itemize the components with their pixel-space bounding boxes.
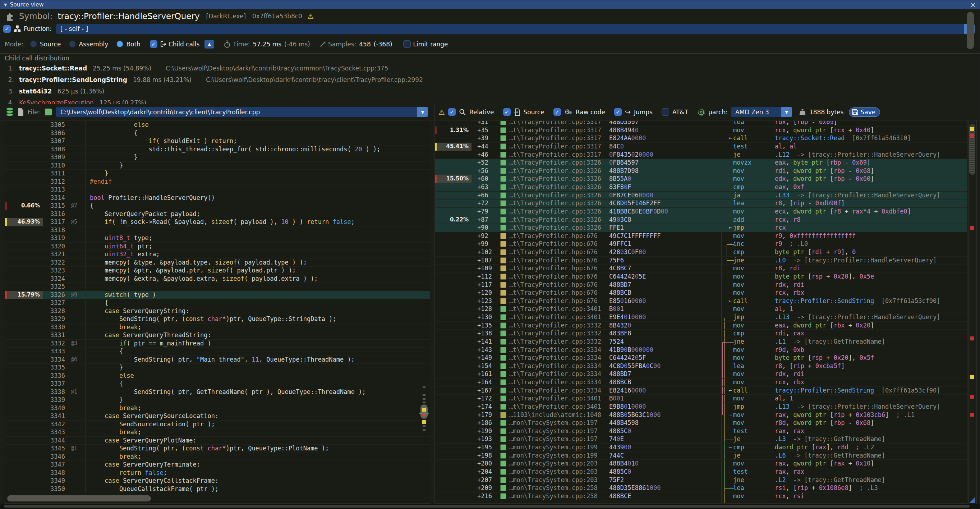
assembly-line[interactable]: +92…t\TracyProfiler.hpp:67649C7C1FFFFFFF… xyxy=(435,232,967,240)
assembly-line[interactable]: +79…t\TracyProfiler.cpp:3326418B8C80E0BF… xyxy=(435,208,967,216)
assembly-line[interactable]: +161…t\TracyProfiler.cpp:3334488BD7movrd… xyxy=(435,370,967,379)
mnemonic[interactable]: je xyxy=(732,452,775,460)
source-line[interactable]: 3345@1 SendString( ptr, (const char*)ptr… xyxy=(5,445,430,453)
assembly-scroll-thumb[interactable] xyxy=(969,124,975,175)
source-line[interactable]: 3314bool Profiler::HandleServerQuery() xyxy=(5,194,430,202)
assembly-scrollbar[interactable] xyxy=(968,121,977,504)
source-line[interactable]: 3332@3 if( ptr == m_mainThread ) xyxy=(5,340,430,348)
mnemonic[interactable]: mov xyxy=(732,305,775,313)
source-line[interactable]: 3337 { xyxy=(5,380,430,388)
raw-code-checkbox[interactable]: ✓ xyxy=(554,108,561,116)
source-line[interactable]: 3309 } xyxy=(5,153,430,162)
source-line[interactable]: 3322 memcpy( &type, &payload.type, sizeo… xyxy=(5,259,430,267)
assembly-line[interactable]: +138…t\TracyProfiler.cpp:3332483BF8cmprd… xyxy=(435,329,967,338)
source-line[interactable]: 3349 case ServerQueryCallstackFrame: xyxy=(5,477,430,485)
assembly-line[interactable]: +99…t\TracyProfiler.hpp:67649FFC1→incr9 … xyxy=(435,240,967,248)
assembly-line[interactable]: +117…t\TracyProfiler.hpp:676488BD7movrdx… xyxy=(435,281,967,289)
assembly-line[interactable]: +141…t\TracyProfiler.cpp:33327524jne.L1 … xyxy=(435,338,967,346)
assembly-line[interactable]: +154…t\TracyProfiler.cpp:33344C8D055FBA0… xyxy=(435,362,967,371)
source-line[interactable]: 3307 if( shouldExit ) return; xyxy=(5,137,430,146)
mnemonic[interactable]: mov xyxy=(732,460,775,468)
mnemonic[interactable]: mov xyxy=(732,379,775,387)
radio-both[interactable]: Both xyxy=(116,40,140,48)
child-calls-checkbox[interactable]: ✓ xyxy=(150,40,158,48)
child-call-scrollbar[interactable] xyxy=(967,12,974,49)
mnemonic[interactable]: mov xyxy=(732,208,775,216)
mnemonic[interactable]: cmp xyxy=(732,183,775,191)
function-checkbox[interactable]: ✓ xyxy=(3,25,11,33)
source-line[interactable]: 3308 std::this_thread::sleep_for( std::c… xyxy=(5,146,430,154)
mnemonic[interactable]: jmp xyxy=(732,403,775,411)
source-line[interactable]: 3324 memcpy( &extra, &payload.extra, siz… xyxy=(5,275,430,283)
assembly-line[interactable]: +52…t\TracyProfiler.cpp:33260FB64597movz… xyxy=(435,159,967,167)
att-checkbox[interactable] xyxy=(662,108,669,116)
child-call-row[interactable]: 2.tracy::Profiler::SendLongString19.88 m… xyxy=(5,74,980,86)
source-line[interactable]: 3341 case ServerQuerySourceLocation: xyxy=(5,412,430,421)
source-line[interactable]: 3305 else xyxy=(5,121,430,129)
assembly-line[interactable]: +179…1103\include\atomic:1048488B05B63C1… xyxy=(435,411,967,420)
assembly-line[interactable]: +193…mon\TracySystem.cpp:197740Eje.L3 ->… xyxy=(435,435,967,444)
assembly-line[interactable]: +63…t\TracyProfiler.cpp:332683F80Fcmpeax… xyxy=(435,183,967,192)
child-calls-toggle[interactable]: ✓ Child calls xyxy=(150,40,199,48)
chevron-down-icon[interactable]: ▼ xyxy=(417,107,428,117)
mnemonic[interactable]: call xyxy=(732,387,775,395)
mnemonic[interactable]: mov xyxy=(732,273,775,281)
source-line[interactable]: 3327 { xyxy=(5,299,430,307)
database-icon[interactable] xyxy=(5,107,14,117)
mnemonic[interactable]: mov xyxy=(732,395,775,402)
child-call-row[interactable]: 4.KeSynchronizeExecution125 µs (0.27%) xyxy=(5,97,980,104)
assembly-line[interactable]: +56…t\TracyProfiler.cpp:3326488B7D98movr… xyxy=(435,167,967,175)
source-line[interactable]: 3328 case ServerQueryString: xyxy=(5,307,430,316)
source-line[interactable]: 3323 memcpy( &ptr, &payload.ptr, sizeof(… xyxy=(5,267,430,275)
radio-both-circle[interactable] xyxy=(116,40,124,48)
source-line[interactable]: 3313 xyxy=(5,186,430,194)
radio-source[interactable]: Source xyxy=(30,40,61,48)
source-line[interactable]: 3325 xyxy=(5,283,430,291)
function-combo[interactable]: [ - self - ] ▼ xyxy=(56,24,975,34)
mnemonic[interactable]: cmp xyxy=(732,329,775,337)
source-line[interactable]: 15.79%3326@9 switch( type ) xyxy=(5,291,430,299)
mnemonic[interactable]: jne xyxy=(732,338,775,346)
source-line[interactable]: 46.93%3317@5 if( !m_sock->Read( &payload… xyxy=(5,218,430,226)
assembly-line[interactable]: +39…t\TracyProfiler.cpp:3317E824AA0000←c… xyxy=(435,134,967,143)
assembly-line[interactable]: +120…t\TracyProfiler.hpp:676488BCBmovrcx… xyxy=(435,289,967,297)
source-line[interactable]: 3339 } xyxy=(5,396,430,404)
mnemonic[interactable]: jne xyxy=(732,257,775,264)
assembly-line[interactable]: +107…t\TracyProfiler.hpp:67675F6jne.L0 -… xyxy=(435,257,967,265)
source-line[interactable]: 3338@1 SendString( ptr, GetThreadName( p… xyxy=(5,388,430,396)
mnemonic[interactable]: mov xyxy=(732,354,775,362)
mnemonic[interactable]: mov xyxy=(732,167,775,175)
assembly-line[interactable]: +174…t\TracyProfiler.cpp:3401E9B8010000j… xyxy=(435,403,967,411)
source-line[interactable]: 3331 case ServerQueryThreadString: xyxy=(5,331,430,340)
mnemonic[interactable]: ja xyxy=(732,192,775,199)
mnemonic[interactable]: mov xyxy=(732,493,775,500)
mnemonic[interactable]: jne xyxy=(732,476,775,484)
mnemonic[interactable]: mov xyxy=(732,232,775,240)
source-line[interactable]: 3348 return false; xyxy=(5,469,430,477)
source-checkbox[interactable]: ✓ xyxy=(503,108,511,116)
source-line[interactable]: 3320 uint64_t ptr; xyxy=(5,243,430,251)
mnemonic[interactable]: cmp xyxy=(732,444,775,452)
file-combo[interactable]: C:\Users\wolf\Desktop\darkrl\contrib\tra… xyxy=(56,107,428,117)
source-line[interactable]: 3306 { xyxy=(5,129,430,138)
radio-assembly[interactable]: Assembly xyxy=(68,40,108,48)
assembly-line[interactable]: +209…mon\TracySystem.cpp:258488D35E88610… xyxy=(435,484,967,493)
source-line[interactable]: 3340 break; xyxy=(5,404,430,413)
assembly-line[interactable]: 1.31%+35…t\TracyProfiler.cpp:3317488B494… xyxy=(435,127,967,135)
mnemonic[interactable]: test xyxy=(732,428,775,435)
assembly-line[interactable]: +72…t\TracyProfiler.cpp:33264C8D05F146F2… xyxy=(435,199,967,208)
source-line[interactable]: 3312#endif xyxy=(5,178,430,186)
source-line[interactable]: 3316 ServerQueryPacket payload; xyxy=(5,210,430,219)
source-line[interactable]: 3347 case ServerQueryTerminate: xyxy=(5,461,430,469)
source-line[interactable]: 3318 xyxy=(5,226,430,235)
source-line[interactable]: 3321 uint32_t extra; xyxy=(5,251,430,259)
assembly-line[interactable]: +195…mon\TracySystem.cpp:199443900→cmpdw… xyxy=(435,444,967,452)
mnemonic[interactable]: test xyxy=(732,468,775,476)
limit-range-checkbox[interactable] xyxy=(403,40,411,48)
source-line[interactable]: 3319 uint8_t type; xyxy=(5,234,430,243)
relative-checkbox[interactable]: ✓ xyxy=(448,108,456,116)
source-line[interactable]: 3330 break; xyxy=(5,323,430,332)
mnemonic[interactable]: mov xyxy=(732,264,775,272)
mnemonic[interactable]: mov xyxy=(732,419,775,427)
mnemonic[interactable]: movzx xyxy=(732,159,775,167)
